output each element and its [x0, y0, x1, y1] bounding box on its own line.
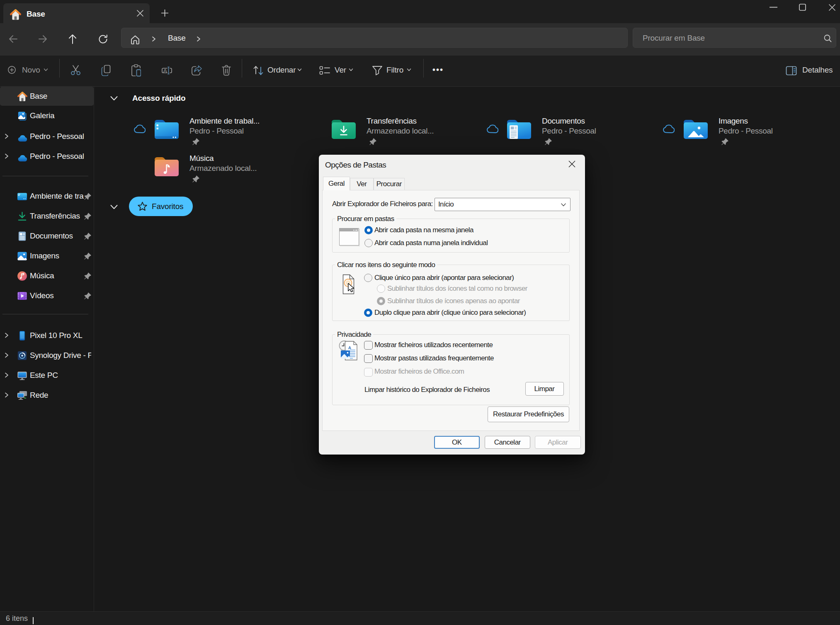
svg-text:A: A [163, 68, 167, 74]
